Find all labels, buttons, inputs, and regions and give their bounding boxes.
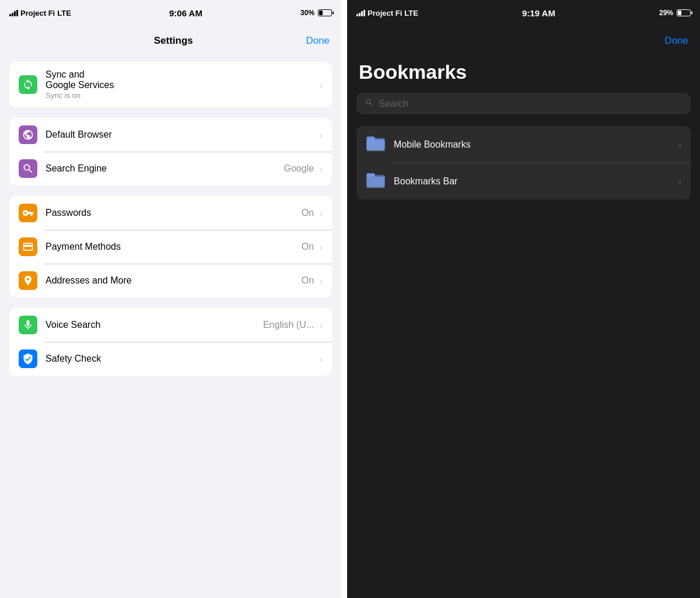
voice-search-row[interactable]: Voice Search English (U... › — [9, 308, 332, 342]
safety-check-content: Safety Check — [46, 354, 320, 364]
payment-title: Payment Methods — [46, 242, 302, 252]
mobile-bookmarks-chevron: › — [678, 139, 681, 149]
passwords-title: Passwords — [46, 208, 302, 218]
search-engine-title: Search Engine — [46, 163, 284, 174]
voice-search-right: English (U... › — [263, 320, 323, 330]
browser-group: Default Browser › Search Engine Google — [9, 118, 332, 186]
right-carrier: Project Fi — [368, 9, 402, 18]
bookmarks-bar-chevron: › — [678, 176, 681, 186]
addresses-content: Addresses and More — [46, 275, 302, 286]
left-status-bar: Project Fi LTE 9:06 AM 30% — [0, 0, 341, 26]
search-placeholder-text: Search — [379, 99, 408, 109]
search-engine-value: Google — [284, 163, 314, 174]
search-engine-chevron: › — [320, 164, 323, 174]
bookmarks-bar-right: › — [678, 176, 681, 186]
left-nav-bar: Settings Done — [0, 26, 341, 56]
bookmarks-bar-row[interactable]: Bookmarks Bar › — [356, 163, 691, 200]
search-engine-icon — [19, 159, 37, 178]
payment-content: Payment Methods — [46, 242, 302, 252]
left-time: 9:06 AM — [169, 8, 202, 18]
sync-right: › — [320, 80, 323, 90]
passwords-icon — [19, 204, 37, 222]
sync-row[interactable]: Sync andGoogle Services Sync is on › — [9, 62, 332, 107]
left-battery-icon — [318, 9, 332, 16]
left-panel: Project Fi LTE 9:06 AM 30% Settings Done — [0, 0, 341, 598]
default-browser-content: Default Browser — [46, 130, 320, 140]
right-done-button[interactable]: Done — [664, 35, 688, 47]
payment-right: On › — [302, 242, 323, 252]
right-battery-pct: 29% — [659, 9, 673, 17]
bookmarks-bar-content: Bookmarks Bar — [394, 176, 678, 187]
voice-search-title: Voice Search — [46, 320, 263, 330]
search-engine-row[interactable]: Search Engine Google › — [9, 152, 332, 186]
payment-chevron: › — [320, 242, 323, 252]
right-status-left: Project Fi LTE — [356, 9, 418, 18]
default-browser-right: › — [320, 130, 323, 140]
right-panel: Project Fi LTE 9:19 AM 29% Done Bookmark… — [347, 0, 700, 598]
right-battery-fill — [678, 11, 681, 15]
left-battery-pct: 30% — [300, 9, 314, 17]
search-engine-right: Google › — [284, 163, 323, 174]
default-browser-chevron: › — [320, 130, 323, 140]
bookmarks-group: Mobile Bookmarks › Bookmarks Bar — [356, 126, 691, 200]
svg-rect-4 — [366, 173, 374, 177]
default-browser-title: Default Browser — [46, 130, 320, 140]
sync-subtitle: Sync is on — [46, 91, 320, 100]
settings-title: Settings — [154, 35, 193, 47]
left-battery-fill — [319, 11, 323, 15]
voice-search-value: English (U... — [263, 320, 314, 330]
left-done-button[interactable]: Done — [306, 35, 330, 47]
bookmarks-content: Mobile Bookmarks › Bookmarks Bar — [347, 126, 700, 210]
right-battery-icon — [677, 9, 691, 16]
sync-group: Sync andGoogle Services Sync is on › — [9, 62, 332, 107]
left-network: LTE — [57, 9, 71, 18]
signal-bars — [9, 9, 18, 16]
voice-search-icon — [19, 316, 37, 334]
safety-check-row[interactable]: Safety Check › — [9, 342, 332, 376]
addresses-value: On — [302, 275, 314, 286]
right-status-bar: Project Fi LTE 9:19 AM 29% — [347, 0, 700, 26]
mobile-bookmarks-title: Mobile Bookmarks — [394, 139, 678, 150]
default-browser-icon — [19, 125, 37, 144]
payment-value: On — [302, 242, 314, 252]
passwords-row[interactable]: Passwords On › — [9, 196, 332, 230]
autofill-group: Passwords On › Payment Methods On — [9, 196, 332, 298]
right-network: LTE — [404, 9, 418, 18]
bookmarks-bar-title: Bookmarks Bar — [394, 176, 678, 187]
left-scroll-content: Sync andGoogle Services Sync is on › Def… — [0, 56, 341, 598]
left-status-left: Project Fi LTE — [9, 9, 71, 18]
mobile-bookmarks-folder-icon — [366, 134, 386, 155]
search-bar[interactable]: Search — [356, 93, 691, 114]
addresses-chevron: › — [320, 276, 323, 286]
right-nav-bar: Done — [347, 26, 700, 56]
safety-check-title: Safety Check — [46, 354, 320, 364]
sync-chevron: › — [320, 80, 323, 90]
right-signal-bar-3 — [361, 11, 363, 16]
mobile-bookmarks-content: Mobile Bookmarks — [394, 139, 678, 150]
right-signal-bars — [356, 9, 365, 16]
right-signal-bar-4 — [363, 10, 365, 16]
signal-bar-4 — [16, 10, 18, 16]
right-status-right: 29% — [659, 9, 691, 17]
signal-bar-3 — [14, 11, 16, 16]
right-signal-bar-2 — [359, 13, 360, 16]
voice-search-chevron: › — [320, 320, 323, 330]
mobile-bookmarks-right: › — [678, 139, 681, 149]
payment-icon — [19, 237, 37, 256]
sync-content: Sync andGoogle Services Sync is on — [46, 69, 320, 100]
mobile-bookmarks-row[interactable]: Mobile Bookmarks › — [356, 126, 691, 163]
default-browser-row[interactable]: Default Browser › — [9, 118, 332, 152]
passwords-right: On › — [302, 208, 323, 218]
addresses-title: Addresses and More — [46, 275, 302, 286]
signal-bar-1 — [9, 14, 11, 16]
search-engine-content: Search Engine — [46, 163, 284, 174]
payment-row[interactable]: Payment Methods On › — [9, 230, 332, 264]
addresses-row[interactable]: Addresses and More On › — [9, 264, 332, 298]
voice-search-content: Voice Search — [46, 320, 263, 330]
passwords-content: Passwords — [46, 208, 302, 218]
addresses-right: On › — [302, 275, 323, 286]
signal-bar-2 — [12, 13, 13, 16]
bookmarks-bar-folder-icon — [366, 170, 386, 192]
addresses-icon — [19, 271, 37, 290]
safety-check-right: › — [320, 354, 323, 364]
